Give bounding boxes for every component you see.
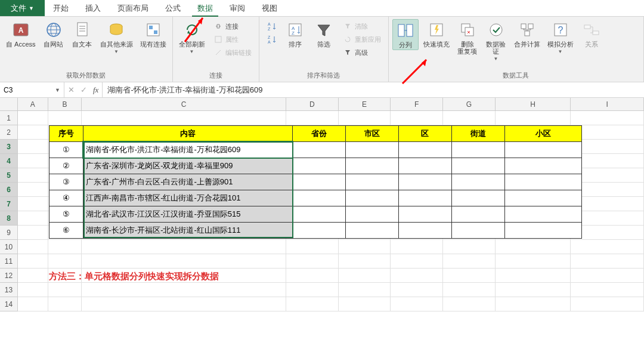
table-header[interactable]: 省份 xyxy=(292,125,346,142)
table-row-num[interactable]: ④ xyxy=(49,190,83,206)
cell[interactable] xyxy=(571,226,644,240)
table-row-num[interactable]: ① xyxy=(49,141,83,158)
col-header-I[interactable]: I xyxy=(571,98,644,111)
cell[interactable] xyxy=(18,269,48,283)
menu-tab-review[interactable]: 审阅 xyxy=(221,0,253,16)
menu-tab-file[interactable]: 文件 ▼ xyxy=(0,0,45,16)
remove-duplicates-button[interactable]: 删除 重复项 xyxy=(454,19,481,56)
table-row-empty[interactable] xyxy=(504,190,582,206)
cell[interactable] xyxy=(571,240,644,254)
cell[interactable] xyxy=(286,254,339,269)
cell[interactable] xyxy=(18,197,48,211)
cell[interactable] xyxy=(496,111,571,125)
whatif-button[interactable]: ? 模拟分析 ▼ xyxy=(545,19,576,55)
row-header-7[interactable]: 7 xyxy=(0,197,18,211)
cell[interactable] xyxy=(286,283,339,297)
row-header-2[interactable]: 2 xyxy=(0,125,18,140)
table-row-content[interactable]: 广东省-广州市-白云区-白云街道-上善源901 xyxy=(83,174,293,190)
cell[interactable] xyxy=(496,254,571,269)
cell[interactable] xyxy=(339,111,391,125)
text-to-columns-button[interactable]: 分列 xyxy=(392,19,419,50)
col-header-A[interactable]: A xyxy=(18,98,48,111)
cell[interactable] xyxy=(18,168,48,183)
cell[interactable] xyxy=(391,240,443,254)
refresh-all-button[interactable]: 全部刷新 ▼ xyxy=(177,19,208,55)
table-row-empty[interactable] xyxy=(345,141,399,158)
cell[interactable] xyxy=(339,283,391,297)
cell[interactable] xyxy=(18,226,48,240)
cell[interactable] xyxy=(18,297,48,311)
from-other-button[interactable]: 自其他来源 ▼ xyxy=(98,19,135,55)
cell[interactable] xyxy=(571,140,644,154)
cell[interactable] xyxy=(339,269,391,283)
table-row-empty[interactable] xyxy=(292,222,346,239)
table-row-empty[interactable] xyxy=(451,174,505,190)
cell[interactable] xyxy=(496,297,571,311)
col-header-H[interactable]: H xyxy=(496,98,571,111)
col-header-F[interactable]: F xyxy=(391,98,443,111)
cell[interactable] xyxy=(571,254,644,269)
table-row-empty[interactable] xyxy=(504,158,582,174)
table-row-empty[interactable] xyxy=(345,222,399,239)
cell[interactable] xyxy=(18,140,48,154)
cell[interactable] xyxy=(48,111,82,125)
consolidate-button[interactable]: 合并计算 xyxy=(512,19,543,49)
cell[interactable] xyxy=(82,297,286,311)
cell[interactable] xyxy=(391,254,443,269)
cell[interactable] xyxy=(82,111,286,125)
cell[interactable] xyxy=(496,283,571,297)
from-access-button[interactable]: A 自 Access xyxy=(4,19,38,49)
table-row-empty[interactable] xyxy=(451,141,505,158)
table-row-empty[interactable] xyxy=(504,174,582,190)
fx-icon[interactable]: fx xyxy=(93,85,98,95)
formula-input[interactable]: 湖南省-怀化市-洪江市-幸福街道-万和花园609 xyxy=(103,82,644,97)
cell[interactable] xyxy=(18,240,48,254)
cell[interactable] xyxy=(571,154,644,168)
cell[interactable] xyxy=(443,254,496,269)
table-header[interactable]: 区 xyxy=(398,125,452,142)
table-header[interactable]: 小区 xyxy=(504,125,582,142)
cell[interactable] xyxy=(18,254,48,269)
cell[interactable] xyxy=(18,183,48,197)
col-header-D[interactable]: D xyxy=(286,98,339,111)
table-row-empty[interactable] xyxy=(398,158,452,174)
table-row-content[interactable]: 湖南省-长沙市-开福区-北站街道-红山国际111 xyxy=(83,222,293,239)
sort-asc-button[interactable]: AZ xyxy=(264,20,278,32)
cell[interactable] xyxy=(571,283,644,297)
row-header-9[interactable]: 9 xyxy=(0,226,18,240)
row-header-4[interactable]: 4 xyxy=(0,154,18,168)
cell[interactable] xyxy=(286,240,339,254)
table-header[interactable]: 街道 xyxy=(451,125,505,142)
menu-tab-start[interactable]: 开始 xyxy=(45,0,77,16)
table-row-empty[interactable] xyxy=(451,222,505,239)
col-header-E[interactable]: E xyxy=(339,98,391,111)
cell[interactable] xyxy=(496,269,571,283)
cell[interactable] xyxy=(18,125,48,140)
row-header-6[interactable]: 6 xyxy=(0,183,18,197)
table-row-empty[interactable] xyxy=(451,190,505,206)
cell[interactable] xyxy=(443,269,496,283)
sort-desc-button[interactable]: ZA xyxy=(264,33,278,45)
col-header-G[interactable]: G xyxy=(443,98,496,111)
col-header-B[interactable]: B xyxy=(48,98,82,111)
cell[interactable] xyxy=(48,283,82,297)
table-row-empty[interactable] xyxy=(345,158,399,174)
cell[interactable] xyxy=(48,254,82,269)
table-row-content[interactable]: 广东省-深圳市-龙岗区-双龙街道-幸福里909 xyxy=(83,158,293,174)
cell[interactable] xyxy=(48,297,82,311)
cell[interactable] xyxy=(496,240,571,254)
cell[interactable] xyxy=(443,240,496,254)
advanced-filter-item[interactable]: 高级 xyxy=(340,47,383,58)
table-row-empty[interactable] xyxy=(398,141,452,158)
sort-button[interactable]: AZ 排序 xyxy=(282,19,308,49)
from-web-button[interactable]: 自网站 xyxy=(41,19,67,49)
enter-icon[interactable]: ✓ xyxy=(80,85,87,94)
cell[interactable] xyxy=(18,154,48,168)
table-header[interactable]: 序号 xyxy=(49,125,83,142)
table-row-empty[interactable] xyxy=(292,206,346,223)
menu-tab-view[interactable]: 视图 xyxy=(253,0,286,16)
table-row-empty[interactable] xyxy=(292,190,346,206)
cell[interactable] xyxy=(571,168,644,183)
cancel-icon[interactable]: ✕ xyxy=(68,85,75,94)
table-row-empty[interactable] xyxy=(451,158,505,174)
